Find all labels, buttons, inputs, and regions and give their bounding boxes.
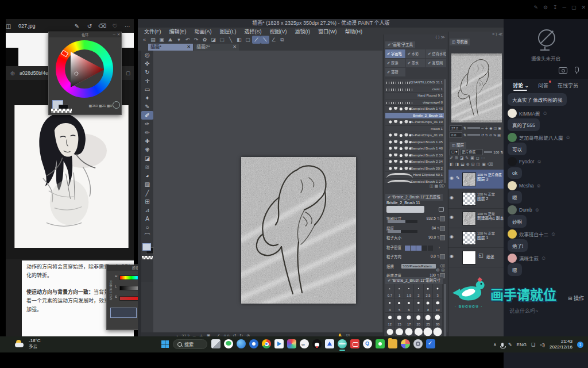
expand-icon[interactable]: ▢ xyxy=(126,70,130,76)
text-tool-icon[interactable]: A xyxy=(141,214,153,223)
rainbow-app-icon[interactable] xyxy=(287,339,296,348)
property-row-粒子方向[interactable]: 粒子方向0.0⇅ xyxy=(386,254,445,263)
ruler-a-icon[interactable]: ⟋ xyxy=(252,36,261,44)
brush-category-3[interactable]: ✐ 厚涂 xyxy=(385,59,405,67)
canvas[interactable] xyxy=(241,157,356,304)
grid-icon[interactable]: ⧉ xyxy=(278,36,287,44)
brush-list-scrollbar[interactable] xyxy=(444,79,446,183)
menu-item-2[interactable]: 动画(A) xyxy=(191,28,216,36)
avatar[interactable] xyxy=(508,157,517,166)
brush-category-0[interactable]: ✐ 字画笔 xyxy=(385,49,405,58)
fill-tool-icon[interactable]: ◕ xyxy=(141,171,153,180)
brush-category-4[interactable]: ✐ 墨水 xyxy=(406,59,426,67)
hand-tool-icon[interactable]: ✜ xyxy=(141,59,153,68)
menu-item-4[interactable]: 选择(S) xyxy=(241,28,266,36)
airbrush-tool-icon[interactable]: ✚ xyxy=(141,137,153,145)
bilibili-icon[interactable] xyxy=(350,339,359,348)
eye-icon[interactable]: ◉ xyxy=(450,254,454,259)
canvas-tab-0[interactable]: 插画*✕ xyxy=(148,44,193,51)
zoom-tool-icon[interactable]: ◎ xyxy=(141,51,153,59)
brush-item[interactable]: S-PaintChips_01 20 xyxy=(385,132,444,139)
layer-row[interactable]: ◉◱纸张 xyxy=(448,248,505,267)
menu-item-5[interactable]: 视图(V) xyxy=(266,28,291,36)
color-wheel-titlebar[interactable]: 色环 ─ ✕ xyxy=(49,32,121,37)
store-icon[interactable] xyxy=(274,339,284,348)
frame-icon[interactable]: ▢ xyxy=(243,36,252,44)
eye-icon[interactable]: ◉ xyxy=(450,195,454,200)
dock-header-2[interactable]: ≡ ⟩ ≪ xyxy=(448,32,505,37)
color-circle-icon[interactable] xyxy=(113,101,120,109)
menu-item-0[interactable]: 文件(F) xyxy=(140,28,165,36)
new-doc-icon[interactable]: ▤ xyxy=(149,36,157,44)
avatar[interactable] xyxy=(508,109,517,118)
task-view-icon[interactable] xyxy=(211,339,220,348)
folder-icon[interactable] xyxy=(388,339,397,348)
canvas-tab-1[interactable]: 插画2*✕ xyxy=(194,44,239,51)
search-box[interactable]: 搜索 xyxy=(173,339,207,349)
brush-size-cell[interactable]: 4 xyxy=(385,298,395,313)
transparent-swatch[interactable] xyxy=(142,256,153,259)
avatar[interactable] xyxy=(508,133,517,142)
undo-icon[interactable]: ↶ xyxy=(183,36,192,44)
export-icon[interactable]: ⛰ xyxy=(166,36,175,44)
layer-blend-row[interactable]: ▢ ▾ 正片叠底 100⇅ xyxy=(450,149,504,155)
decoration-tool-icon[interactable]: ❋ xyxy=(141,145,153,154)
line-icon[interactable]: ╲ xyxy=(226,36,235,44)
layer-row[interactable]: ◉100 % 正常图层 1 xyxy=(448,228,505,248)
eye-icon[interactable]: ◉ xyxy=(450,234,454,239)
brush-size-cell[interactable]: 10 xyxy=(433,298,443,313)
brush-size-cell[interactable]: 25 xyxy=(424,313,434,327)
ruler-tool-icon[interactable]: ⌒ xyxy=(141,232,153,240)
brush-size-cell[interactable]: 6 xyxy=(404,298,414,313)
tray-window-icon[interactable]: ❏ xyxy=(531,342,535,347)
brush-category-1[interactable]: ✐ 水彩 xyxy=(406,49,426,58)
tray-volume-icon[interactable]: ◁) xyxy=(540,342,545,347)
brush-size-cell[interactable]: 1.5 xyxy=(404,284,414,298)
qq-icon[interactable] xyxy=(312,339,322,348)
brush-item[interactable]: Sampled Brush 1 27 xyxy=(385,179,444,183)
select-icon[interactable]: ⬚ xyxy=(218,36,226,44)
stream-tab-2[interactable]: 在线学员 xyxy=(558,82,578,89)
chat-input[interactable]: 说点什么吗~ xyxy=(509,307,538,315)
brush-category-2[interactable]: ✐ 仿真水彩 xyxy=(426,49,446,58)
tray-mic-icon[interactable] xyxy=(501,343,504,347)
check-app-icon[interactable]: ✓ xyxy=(426,339,435,348)
brush-size-cell[interactable]: 5 xyxy=(395,298,405,313)
layer-toolbar-row-2[interactable]: ◧◨⬓⊕⊟◫▣⌫ xyxy=(450,162,495,167)
brush-item[interactable]: Sampled Brush 2 34 xyxy=(385,159,444,166)
qq-browser-icon[interactable]: Q xyxy=(363,339,372,348)
brush-item[interactable]: Hard Round 9 1 xyxy=(385,93,444,99)
menu-item-8[interactable]: 帮助(H) xyxy=(341,28,367,36)
avatar[interactable] xyxy=(508,254,517,263)
property-row-粒子密度[interactable]: 粒子密度› xyxy=(386,244,445,254)
menu-item-6[interactable]: 滤镜(I) xyxy=(291,28,315,36)
brush-size-cell[interactable]: 3 xyxy=(433,284,443,298)
teal-globe-icon[interactable] xyxy=(338,339,347,348)
marquee-tool-icon[interactable]: ▭ xyxy=(141,85,153,94)
brush-item[interactable]: Sampled Brush 2 33 xyxy=(385,152,444,159)
brush-category-6[interactable]: ✐ 薄荷 xyxy=(385,68,405,76)
brush-size-cell[interactable]: 15 xyxy=(395,313,405,327)
balloon-tool-icon[interactable]: ○ xyxy=(141,223,153,232)
music-icon[interactable]: ∞ xyxy=(300,339,309,348)
layer-row[interactable]: ◉✎100 % 正片叠底图层 3 xyxy=(448,170,505,189)
polyline-tool-icon[interactable]: ⊿ xyxy=(141,206,153,214)
brush-size-cell[interactable]: 2 xyxy=(414,284,424,298)
more-icon[interactable]: ⋯ xyxy=(121,23,134,29)
brush-item[interactable]: viagnuagel 8 xyxy=(385,99,444,106)
brush-item[interactable]: croix 1 xyxy=(385,86,444,93)
brush-item[interactable]: Bristle_2_Brush 11 xyxy=(385,113,444,120)
close-icon[interactable]: ✕ xyxy=(581,5,586,10)
actions-button[interactable]: ⊞ 操作 xyxy=(568,294,584,302)
minimize-icon[interactable]: ─ xyxy=(563,5,566,10)
angle-icon[interactable]: ∠ xyxy=(269,36,278,44)
blue-app-icon[interactable] xyxy=(249,339,258,348)
avatar[interactable] xyxy=(508,229,517,239)
property-row-粒子大小[interactable]: 粒子大小90.0⇅ xyxy=(386,235,445,244)
menu-item-7[interactable]: 窗口(W) xyxy=(314,28,341,36)
navigator-tab[interactable]: ◫ 导航器 xyxy=(450,39,470,45)
transparent-swatch[interactable] xyxy=(51,109,72,113)
brush-item[interactable]: Sampled Brush 1 48 xyxy=(385,145,444,152)
subtool-footer-icons[interactable]: ◫ ▦ ⌦ xyxy=(430,184,445,189)
navigator-rotate-row[interactable]: 0.0⇅ ↺↻⊙⇆▤ xyxy=(450,132,504,138)
